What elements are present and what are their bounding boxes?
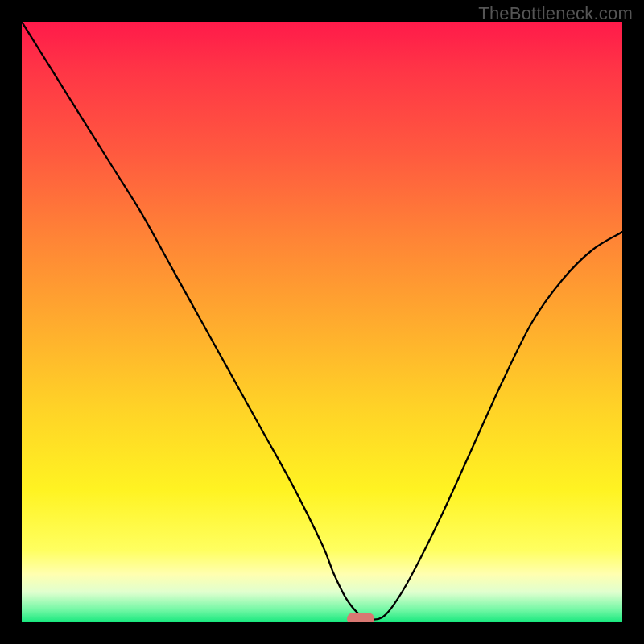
plot-area [22,22,622,622]
watermark-label: TheBottleneck.com [478,3,633,24]
optimal-point-marker [347,613,374,622]
bottleneck-curve-svg [22,22,622,622]
bottleneck-curve-path [22,22,622,620]
chart-frame: TheBottleneck.com [0,0,644,644]
